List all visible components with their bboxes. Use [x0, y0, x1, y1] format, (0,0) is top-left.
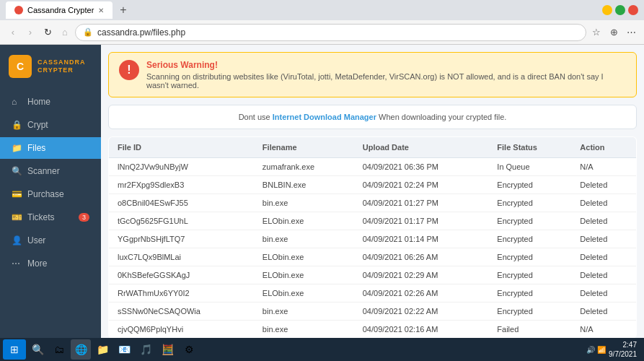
- sidebar-label-crypt: Crypt: [27, 120, 48, 130]
- sidebar-item-home[interactable]: ⌂ Home: [0, 91, 101, 113]
- main-content: ! Serious Warning! Scanning on distribut…: [101, 45, 644, 361]
- close-button[interactable]: [628, 5, 638, 15]
- cell-action: Deleted: [571, 230, 636, 248]
- cell-action: Deleted: [571, 266, 636, 284]
- warning-banner: ! Serious Warning! Scanning on distribut…: [108, 52, 637, 97]
- search-taskbar-button[interactable]: 🔍: [27, 339, 48, 360]
- sidebar-item-purchase[interactable]: 💳 Purchase: [0, 183, 101, 205]
- sidebar-label-home: Home: [27, 97, 50, 107]
- cell-action: Deleted: [571, 212, 636, 230]
- table-row: RrWAThmUx6YY0I2 ELObin.exe 04/09/2021 02…: [109, 284, 637, 303]
- address-bar[interactable]: 🔒 cassandra.pw/files.php: [75, 24, 586, 41]
- cell-file-id: o8CBnil04ESwFJ55: [109, 194, 254, 212]
- cell-status: Encrypted: [488, 284, 571, 303]
- cell-upload-date: 04/09/2021 02:24 PM: [354, 176, 489, 194]
- cell-status: Failed: [488, 321, 571, 339]
- cell-filename: bin.exe: [254, 194, 354, 212]
- cell-upload-date: 04/09/2021 06:36 PM: [354, 158, 489, 176]
- sidebar-item-user[interactable]: 👤 User: [0, 230, 101, 251]
- sidebar-item-tickets[interactable]: 🎫 Tickets 3: [0, 206, 101, 228]
- extensions-button[interactable]: ⊕: [606, 25, 621, 40]
- forward-button[interactable]: ›: [23, 25, 38, 40]
- sidebar-item-more[interactable]: ⋯ More: [0, 253, 101, 274]
- start-button[interactable]: ⊞: [3, 339, 26, 360]
- home-icon: ⌂: [12, 97, 22, 107]
- sidebar-item-crypt[interactable]: 🔒 Crypt: [0, 114, 101, 136]
- cell-file-id: 0KhSBefeGGSKAgJ: [109, 266, 254, 284]
- logo-icon: C: [9, 55, 32, 78]
- col-action: Action: [571, 137, 636, 158]
- cell-file-id: RrWAThmUx6YY0I2: [109, 284, 254, 303]
- sidebar-nav: ⌂ Home 🔒 Crypt 📁 Files: [0, 88, 101, 277]
- mail-button[interactable]: 📧: [114, 339, 134, 360]
- cell-filename: zumafrank.exe: [254, 158, 354, 176]
- settings-button[interactable]: ⚙: [179, 339, 199, 360]
- explorer-button[interactable]: 📁: [92, 339, 113, 360]
- table-row: lNnQ2JVw9uNByjW zumafrank.exe 04/09/2021…: [109, 158, 637, 176]
- refresh-button[interactable]: ↻: [40, 25, 55, 40]
- cell-file-id: mr2FXpg9SdlexB3: [109, 176, 254, 194]
- system-clock: 2:47 9/7/2021: [609, 340, 637, 359]
- sidebar-item-scanner[interactable]: 🔍 Scanner: [0, 160, 101, 182]
- col-filename: Filename: [254, 137, 354, 158]
- tray-icons: 🔊 📶: [586, 346, 606, 354]
- tab-close-button[interactable]: ✕: [98, 6, 104, 14]
- scanner-icon: 🔍: [12, 166, 22, 176]
- star-button[interactable]: ☆: [589, 25, 604, 40]
- taskview-button[interactable]: 🗂: [49, 339, 69, 360]
- col-file-id: File ID: [109, 137, 254, 158]
- maximize-button[interactable]: [615, 5, 625, 15]
- idm-link[interactable]: Internet Download Manager: [273, 113, 376, 121]
- cell-filename: bin.exe: [254, 303, 354, 321]
- table-header: File ID Filename Upload Date File Status…: [109, 137, 637, 158]
- logo-text: CASSANDRA CRYPTER: [38, 58, 86, 74]
- table-body: lNnQ2JVw9uNByjW zumafrank.exe 04/09/2021…: [109, 158, 637, 339]
- cell-status: Encrypted: [488, 266, 571, 284]
- warning-title: Serious Warning!: [146, 60, 626, 70]
- sidebar-label-more: More: [27, 258, 47, 269]
- table-row: o8CBnil04ESwFJ55 bin.exe 04/09/2021 01:2…: [109, 194, 637, 212]
- minimize-button[interactable]: [602, 5, 612, 15]
- cell-file-id: sSSNw0NeCSAQOWia: [109, 303, 254, 321]
- table-row: luxC7LQx9BlMLai ELObin.exe 04/09/2021 06…: [109, 248, 637, 266]
- back-button[interactable]: ‹: [6, 25, 20, 40]
- lock-icon: 🔒: [83, 27, 93, 37]
- user-icon: 👤: [12, 235, 22, 245]
- cell-upload-date: 04/09/2021 02:26 AM: [354, 284, 489, 303]
- home-button[interactable]: ⌂: [58, 25, 72, 40]
- sidebar-label-user: User: [27, 235, 45, 245]
- info-text-before: Dont use: [239, 113, 273, 121]
- files-icon: 📁: [12, 143, 22, 153]
- sidebar-item-files[interactable]: 📁 Files: [0, 137, 101, 159]
- col-file-status: File Status: [488, 137, 571, 158]
- new-tab-button[interactable]: +: [120, 4, 126, 17]
- warning-icon: !: [119, 60, 139, 80]
- crypt-icon: 🔒: [12, 120, 22, 130]
- menu-button[interactable]: ⋯: [624, 25, 638, 40]
- table-row: YGgprNbSHjfLTQ7 bin.exe 04/09/2021 01:14…: [109, 230, 637, 248]
- browser-tab[interactable]: Cassandra Crypter ✕: [6, 1, 113, 19]
- cell-file-id: tGcOg5625FG1UhL: [109, 212, 254, 230]
- more-icon: ⋯: [12, 258, 22, 269]
- browser-titlebar: Cassandra Crypter ✕ +: [0, 0, 644, 20]
- cell-upload-date: 04/09/2021 01:17 PM: [354, 212, 489, 230]
- edge-button[interactable]: 🌐: [71, 339, 91, 360]
- cell-status: Encrypted: [488, 230, 571, 248]
- cell-filename: ELObin.exe: [254, 248, 354, 266]
- sidebar: C CASSANDRA CRYPTER ⌂ Home 🔒 Crypt: [0, 45, 101, 361]
- warning-text: Scanning on distributing websites like (…: [146, 72, 626, 90]
- cell-filename: BNLBIN.exe: [254, 176, 354, 194]
- tab-title: Cassandra Crypter: [27, 6, 94, 14]
- cell-status: Encrypted: [488, 194, 571, 212]
- calc-button[interactable]: 🧮: [157, 339, 177, 360]
- cell-upload-date: 04/09/2021 02:22 AM: [354, 303, 489, 321]
- table-row: mr2FXpg9SdlexB3 BNLBIN.exe 04/09/2021 02…: [109, 176, 637, 194]
- cell-status: In Queue: [488, 158, 571, 176]
- cell-filename: bin.exe: [254, 321, 354, 339]
- cell-upload-date: 04/09/2021 02:16 AM: [354, 321, 489, 339]
- files-table: File ID Filename Upload Date File Status…: [108, 136, 637, 339]
- url-text: cassandra.pw/files.php: [97, 27, 185, 38]
- cell-status: Encrypted: [488, 303, 571, 321]
- music-button[interactable]: 🎵: [136, 339, 156, 360]
- cell-action: Deleted: [571, 248, 636, 266]
